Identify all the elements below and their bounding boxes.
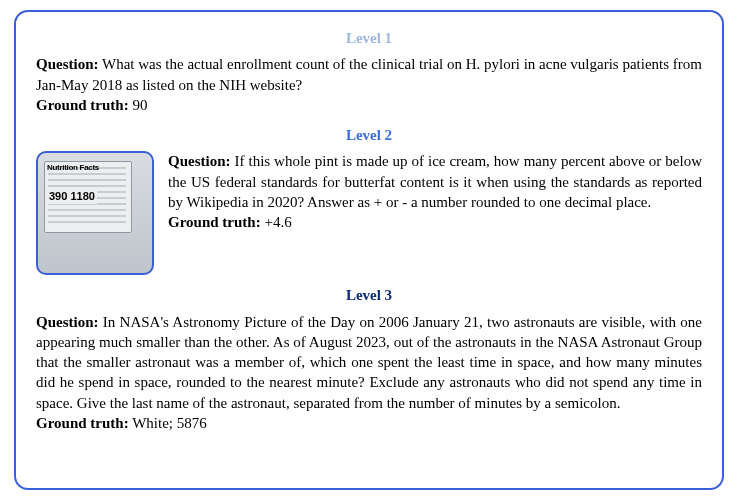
nutrition-label-image: Nutrition Facts 390 1180 [36,151,154,275]
level-1-question: Question: What was the actual enrollment… [36,54,702,95]
question-label: Question: [36,56,99,72]
question-text: What was the actual enrollment count of … [36,56,702,92]
ground-truth-text: +4.6 [261,214,292,230]
ground-truth-text: White; 5876 [129,415,207,431]
level-2-question: Question: If this whole pint is made up … [168,151,702,212]
level-1-block: Question: What was the actual enrollment… [36,54,702,115]
nutrition-calories: 390 1180 [47,189,97,204]
ground-truth-label: Ground truth: [36,97,129,113]
level-1-ground-truth: Ground truth: 90 [36,95,702,115]
level-1-heading: Level 1 [36,28,702,48]
question-label: Question: [36,314,99,330]
level-3-block: Question: In NASA's Astronomy Picture of… [36,312,702,434]
ground-truth-text: 90 [129,97,148,113]
level-2-block: Nutrition Facts 390 1180 Question: If th… [36,151,702,275]
level-3-ground-truth: Ground truth: White; 5876 [36,413,702,433]
ground-truth-label: Ground truth: [36,415,129,431]
level-3-heading: Level 3 [36,285,702,305]
ground-truth-label: Ground truth: [168,214,261,230]
level-2-ground-truth: Ground truth: +4.6 [168,212,702,232]
level-3-question: Question: In NASA's Astronomy Picture of… [36,312,702,413]
level-2-heading: Level 2 [36,125,702,145]
question-text: In NASA's Astronomy Picture of the Day o… [36,314,702,411]
nutrition-facts-title: Nutrition Facts [47,163,99,174]
question-label: Question: [168,153,231,169]
question-text: If this whole pint is made up of ice cre… [168,153,702,210]
example-card: Level 1 Question: What was the actual en… [14,10,724,490]
level-2-text: Question: If this whole pint is made up … [168,151,702,232]
